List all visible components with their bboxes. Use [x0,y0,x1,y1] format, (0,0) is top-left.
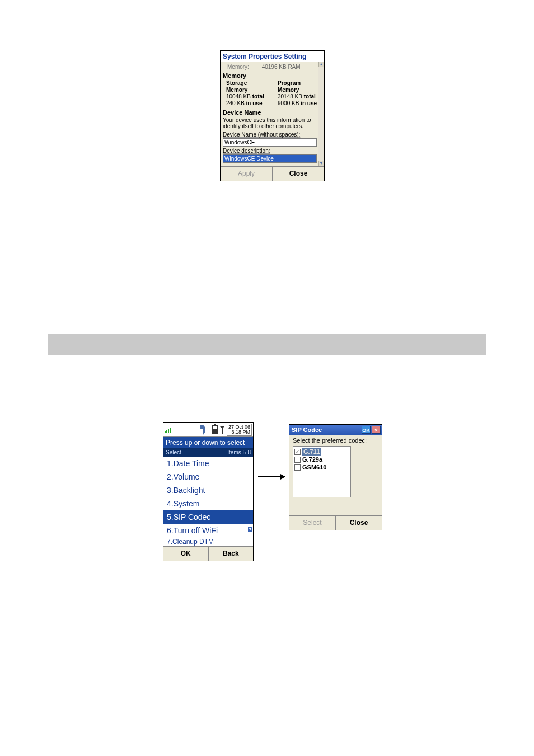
titlebar-ok-button[interactable]: OK [362,426,371,434]
checkbox-icon[interactable] [294,464,301,471]
menu-item-turn-off-wifi[interactable]: 6.Turn off WiFi [163,524,253,537]
sip-codec-dialog: SIP Codec OK × Select the preferred code… [289,424,382,530]
system-properties-title: System Properties Setting [221,51,324,62]
system-properties-window: System Properties Setting ▲ ▼ Memory: 40… [220,50,325,181]
checkbox-icon[interactable]: ✓ [294,449,301,455]
status-time: 6:18 PM [228,430,250,435]
phone-subbar-right: Items 5-8 [227,449,251,456]
program-total: 30148 KB total [278,93,321,100]
sip-codec-title: SIP Codec [292,426,322,433]
system-scrollbar[interactable]: ▲ ▼ [318,62,324,166]
menu-item-backlight[interactable]: 3.Backlight [163,483,253,497]
status-clock: 27 Oct 06 6:18 PM [227,424,252,436]
system-button-bar: Apply Close [221,166,324,181]
program-h1: Program [278,80,321,87]
menu-item-system[interactable]: 4.System [163,497,253,510]
memory-summary: Memory: 40196 KB RAM [223,64,322,70]
phone-menu-list[interactable]: 1.Date Time 2.Volume 3.Backlight 4.Syste… [163,457,253,546]
codec-option-gsm610[interactable]: GSM610 [294,463,349,471]
storage-h2: Memory [226,87,270,93]
system-properties-body: ▲ ▼ Memory: 40196 KB RAM Memory Storage … [221,62,324,166]
section-divider [48,334,486,355]
memory-section-heading: Memory [223,72,322,79]
menu-item-date-time[interactable]: 1.Date Time [163,457,253,470]
codec-option-g729a[interactable]: G.729a [294,456,349,463]
phone-subbar-left: Select [166,449,181,456]
softkey-back[interactable]: Back [209,547,254,561]
memory-summary-label: Memory: [227,64,249,70]
sip-codec-titlebar: SIP Codec OK × [289,425,382,435]
codec-option-label: G.711 [302,448,321,456]
sip-codec-prompt: Select the preferred codec: [293,437,378,444]
scroll-down-button[interactable]: ▼ [318,161,324,166]
titlebar-close-button[interactable]: × [372,426,381,434]
softkey-ok[interactable]: OK [163,547,209,561]
apply-button[interactable]: Apply [221,167,273,181]
close-button[interactable]: Close [273,167,324,181]
phone-menu: 1.Date Time 2.Volume 3.Backlight 4.Syste… [163,457,253,546]
device-name-input[interactable] [223,138,317,147]
phone-settings-screen: 27 Oct 06 6:18 PM Press up or down to se… [163,422,254,561]
status-bar: 27 Oct 06 6:18 PM [163,423,253,437]
codec-select-button[interactable]: Select [289,516,336,530]
speaker-icon [203,424,210,435]
codec-close-button[interactable]: Close [336,516,382,530]
arrow-icon [258,476,285,477]
menu-scroll-down-icon[interactable]: ▾ [248,527,252,532]
codec-option-label: GSM610 [302,463,326,471]
device-name-section-heading: Device Name [223,109,322,116]
memory-grid: Storage Memory 10048 KB total 240 KB in … [223,80,322,107]
storage-h1: Storage [226,80,270,87]
phone-subbar: Select Items 5-8 [163,448,253,457]
antenna-icon [219,426,225,434]
sip-codec-list[interactable]: ✓ G.711 G.729a GSM610 [293,446,351,497]
scroll-up-button[interactable]: ▲ [318,62,324,67]
menu-item-cut[interactable]: 7.Cleanup DTM [163,537,253,546]
storage-inuse: 240 KB in use [226,100,270,107]
program-h2: Memory [278,87,321,93]
menu-item-sip-codec[interactable]: 5.SIP Codec [163,510,253,524]
sip-codec-body: Select the preferred codec: ✓ G.711 G.72… [289,435,382,499]
memory-summary-value: 40196 KB RAM [262,64,301,70]
phone-instruction: Press up or down to select [163,437,253,448]
device-description-input[interactable] [223,154,317,163]
storage-memory-column: Storage Memory 10048 KB total 240 KB in … [226,80,270,107]
signal-icon [165,426,172,433]
sip-codec-button-bar: Select Close [289,515,382,530]
device-name-note: Your device uses this information to ide… [223,117,322,129]
program-memory-column: Program Memory 30148 KB total 9000 KB in… [278,80,321,107]
codec-option-label: G.729a [302,456,322,463]
menu-item-volume[interactable]: 2.Volume [163,470,253,483]
checkbox-icon[interactable] [294,457,301,463]
device-description-label: Device description: [223,148,322,154]
program-inuse: 9000 KB in use [278,100,321,107]
codec-option-g711[interactable]: ✓ G.711 [294,448,349,456]
storage-total: 10048 KB total [226,93,270,100]
device-name-label: Device Name (without spaces): [223,132,322,138]
battery-icon [212,425,218,434]
phone-softkey-bar: OK Back [163,546,253,561]
